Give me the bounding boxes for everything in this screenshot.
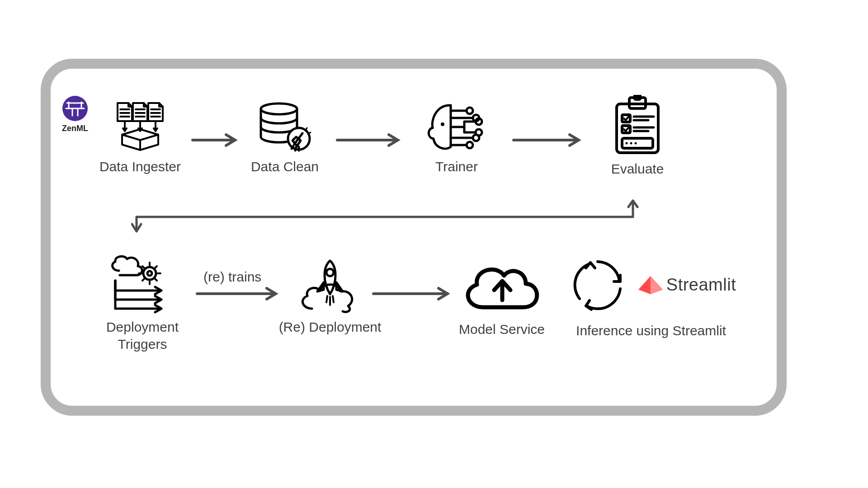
streamlit-wordmark: Streamlit — [666, 275, 736, 295]
svg-point-1 — [261, 103, 297, 114]
node-evaluate: Evaluate — [592, 95, 683, 178]
node-inference: Streamlit Inference using Streamlit — [556, 255, 746, 339]
cycle-icon — [566, 255, 629, 314]
trainer-icon — [423, 102, 491, 154]
evaluate-icon — [610, 95, 665, 156]
svg-point-20 — [147, 271, 152, 276]
arrow-clean-to-trainer — [335, 131, 402, 149]
node-inference-label: Inference using Streamlit — [556, 322, 746, 339]
arrow-retrains-label: (re) trains — [203, 269, 261, 285]
model-service-icon — [459, 258, 545, 316]
svg-point-6 — [476, 118, 482, 125]
data-clean-icon — [255, 102, 314, 154]
node-data-ingester: Data Ingester — [95, 99, 185, 175]
zenml-logo-icon — [61, 95, 90, 122]
deployment-triggers-icon — [106, 255, 179, 314]
node-deployment-triggers-label: Deployment Triggers — [90, 319, 194, 352]
svg-point-19 — [143, 267, 156, 280]
svg-point-3 — [441, 122, 444, 126]
zenml-label: ZenML — [57, 124, 93, 133]
svg-point-4 — [467, 108, 473, 114]
svg-point-18 — [635, 142, 637, 145]
svg-point-17 — [630, 142, 632, 145]
svg-point-9 — [467, 142, 473, 148]
arrow-trainer-to-evaluate — [511, 131, 583, 149]
svg-marker-23 — [651, 276, 663, 294]
arrow-evaluate-to-triggers — [131, 199, 642, 235]
svg-point-21 — [326, 269, 334, 276]
node-trainer-label: Trainer — [411, 158, 502, 175]
svg-point-16 — [626, 142, 628, 145]
node-model-service-label: Model Service — [443, 321, 561, 338]
node-redeployment-label: (Re) Deployment — [267, 319, 393, 336]
node-data-clean: Data Clean — [240, 102, 330, 175]
node-evaluate-label: Evaluate — [592, 160, 683, 178]
streamlit-logo-icon — [637, 274, 664, 295]
zenml-badge: ZenML — [57, 95, 93, 133]
node-deployment-triggers: Deployment Triggers — [90, 255, 194, 352]
arrow-ingest-to-clean — [190, 131, 240, 149]
arrow-redeploy-to-service — [371, 285, 452, 303]
node-data-clean-label: Data Clean — [240, 158, 330, 175]
node-trainer: Trainer — [411, 102, 502, 175]
redeployment-icon — [294, 255, 366, 314]
svg-point-8 — [473, 135, 479, 141]
data-ingester-icon — [108, 99, 172, 154]
node-model-service: Model Service — [443, 258, 561, 338]
node-data-ingester-label: Data Ingester — [95, 158, 185, 175]
